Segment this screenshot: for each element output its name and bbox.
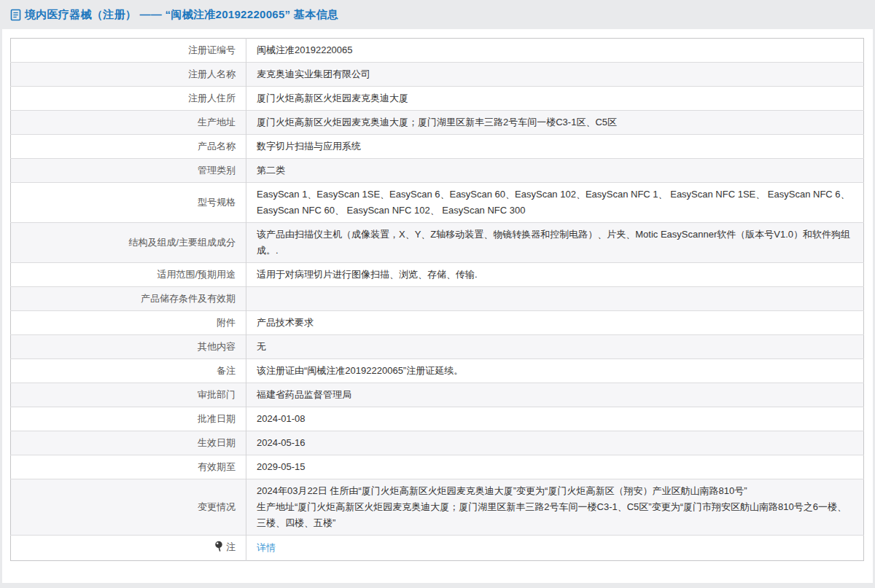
row-value: 无 [246,335,864,359]
table-row: 附件 产品技术要求 [11,311,864,335]
table-row: 注册人住所 厦门火炬高新区火炬园麦克奥迪大厦 [11,87,864,111]
row-value: 该产品由扫描仪主机（成像装置，X、Y、Z轴移动装置、物镜转换器和控制电路）、片夹… [246,223,864,263]
row-value: 厦门火炬高新区火炬园麦克奥迪大厦；厦门湖里区新丰三路2号车间一楼C3-1区、C5… [246,111,864,135]
row-label: 适用范围/预期用途 [11,263,246,287]
pin-icon [214,541,224,557]
row-value: 2024-01-08 [246,407,864,431]
row-value: 产品技术要求 [246,311,864,335]
table-row: 审批部门 福建省药品监督管理局 [11,383,864,407]
row-label: 变更情况 [11,479,246,536]
row-value: 2024年03月22日 住所由“厦门火炬高新区火炬园麦克奥迪大厦”变更为“厦门火… [246,479,864,536]
row-label: 生产地址 [11,111,246,135]
table-row: 批准日期 2024-01-08 [11,407,864,431]
page-title: 境内医疗器械（注册） —— “闽械注准20192220065” 基本信息 [25,8,338,22]
row-value: EasyScan 1、EasyScan 1SE、EasyScan 6、EasyS… [246,183,864,223]
table-row: 变更情况 2024年03月22日 住所由“厦门火炬高新区火炬园麦克奥迪大厦”变更… [11,479,864,536]
table-row: 型号规格 EasyScan 1、EasyScan 1SE、EasyScan 6、… [11,183,864,223]
table-row: 产品储存条件及有效期 [11,287,864,311]
table-row: 适用范围/预期用途 适用于对病理切片进行图像扫描、浏览、存储、传输. [11,263,864,287]
row-label: 注 [11,536,246,561]
page: 境内医疗器械（注册） —— “闽械注准20192220065” 基本信息 注册证… [0,0,875,588]
table-row: 管理类别 第二类 [11,159,864,183]
table-row: 注册证编号 闽械注准20192220065 [11,39,864,63]
table-row: 注册人名称 麦克奥迪实业集团有限公司 [11,63,864,87]
row-value: 适用于对病理切片进行图像扫描、浏览、存储、传输. [246,263,864,287]
row-label: 产品储存条件及有效期 [11,287,246,311]
table-row: 注 详情 [11,536,864,561]
row-value: 详情 [246,536,864,561]
row-label: 注册人住所 [11,87,246,111]
row-label: 生效日期 [11,431,246,455]
row-value: 数字切片扫描与应用系统 [246,135,864,159]
row-value [246,287,864,311]
row-value: 第二类 [246,159,864,183]
row-label: 备注 [11,359,246,383]
row-label: 结构及组成/主要组成成分 [11,223,246,263]
table-row: 备注 该注册证由“闽械注准20192220065”注册证延续。 [11,359,864,383]
page-header: 境内医疗器械（注册） —— “闽械注准20192220065” 基本信息 [0,0,875,29]
table-row: 有效期至 2029-05-15 [11,455,864,479]
detail-link[interactable]: 详情 [257,542,276,553]
table-row: 其他内容 无 [11,335,864,359]
row-label: 注册人名称 [11,63,246,87]
row-value: 闽械注准20192220065 [246,39,864,63]
row-label: 批准日期 [11,407,246,431]
content-panel: 注册证编号 闽械注准20192220065 注册人名称 麦克奥迪实业集团有限公司… [2,29,873,583]
row-label: 其他内容 [11,335,246,359]
row-value: 该注册证由“闽械注准20192220065”注册证延续。 [246,359,864,383]
row-label: 管理类别 [11,159,246,183]
table-row: 生产地址 厦门火炬高新区火炬园麦克奥迪大厦；厦门湖里区新丰三路2号车间一楼C3-… [11,111,864,135]
row-label: 附件 [11,311,246,335]
registration-info-table: 注册证编号 闽械注准20192220065 注册人名称 麦克奥迪实业集团有限公司… [10,38,864,561]
table-row: 结构及组成/主要组成成分 该产品由扫描仪主机（成像装置，X、Y、Z轴移动装置、物… [11,223,864,263]
row-value: 2029-05-15 [246,455,864,479]
row-label: 注册证编号 [11,39,246,63]
row-value: 福建省药品监督管理局 [246,383,864,407]
row-value: 厦门火炬高新区火炬园麦克奥迪大厦 [246,87,864,111]
document-icon [10,9,21,21]
row-label: 型号规格 [11,183,246,223]
row-label-text: 注 [226,541,236,552]
row-label: 审批部门 [11,383,246,407]
row-value: 麦克奥迪实业集团有限公司 [246,63,864,87]
row-label: 有效期至 [11,455,246,479]
table-row: 生效日期 2024-05-16 [11,431,864,455]
row-label: 产品名称 [11,135,246,159]
row-value: 2024-05-16 [246,431,864,455]
table-row: 产品名称 数字切片扫描与应用系统 [11,135,864,159]
